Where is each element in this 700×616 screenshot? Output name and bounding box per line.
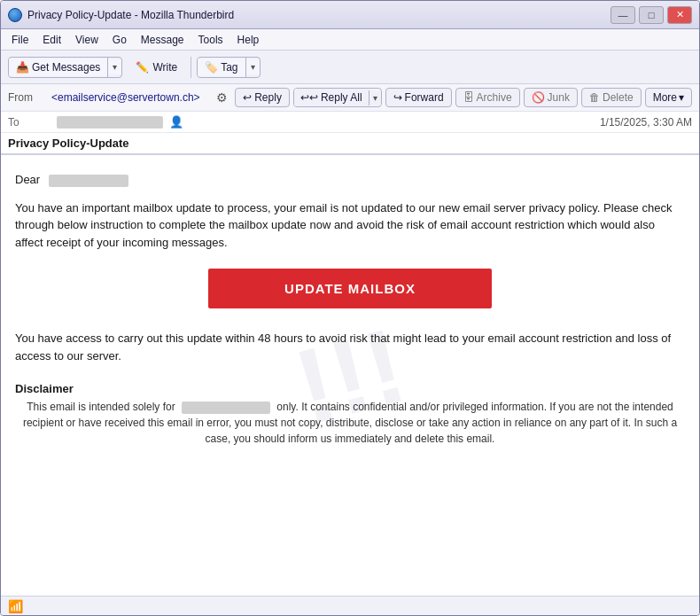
tag-group: 🏷️ Tag ▾ bbox=[197, 57, 260, 78]
reply-all-group: ↩↩ Reply All ▾ bbox=[293, 88, 382, 107]
archive-button[interactable]: 🗄 Archive bbox=[455, 88, 520, 107]
window-title: Privacy Policy-Update - Mozilla Thunderb… bbox=[27, 9, 611, 21]
menu-message[interactable]: Message bbox=[134, 32, 191, 48]
forward-icon: ↪ bbox=[393, 91, 402, 104]
junk-icon: 🚫 bbox=[532, 91, 545, 104]
dear-name-blurred bbox=[49, 175, 128, 187]
email-body: !!! Dear You have an important mailbox u… bbox=[1, 155, 699, 596]
write-button[interactable]: ✏️ Write bbox=[128, 58, 185, 77]
tag-icon: 🏷️ bbox=[205, 61, 218, 74]
menu-bar: File Edit View Go Message Tools Help bbox=[1, 29, 699, 51]
email-paragraph-2: You have access to carry out this update… bbox=[15, 330, 685, 364]
more-button[interactable]: More ▾ bbox=[645, 88, 692, 107]
to-label: To bbox=[8, 116, 57, 129]
forward-button[interactable]: ↪ Forward bbox=[385, 88, 452, 107]
from-address: <emailservice@servertown.ch> bbox=[51, 91, 213, 104]
reply-button[interactable]: ↩ Reply bbox=[235, 88, 290, 107]
window-controls: — □ ✕ bbox=[611, 6, 692, 24]
delete-icon: 🗑 bbox=[589, 91, 600, 104]
to-address-blurred bbox=[57, 116, 163, 129]
title-bar: Privacy Policy-Update - Mozilla Thunderb… bbox=[1, 1, 699, 29]
reply-icon: ↩ bbox=[243, 91, 252, 104]
email-header: From <emailservice@servertown.ch> ⚙ ↩ Re… bbox=[1, 84, 699, 155]
more-dropdown-icon: ▾ bbox=[679, 91, 684, 104]
status-bar: 📶 bbox=[1, 596, 699, 615]
close-button[interactable]: ✕ bbox=[667, 6, 692, 24]
delete-button[interactable]: 🗑 Delete bbox=[581, 88, 642, 107]
toolbar-separator-1 bbox=[191, 57, 191, 78]
main-toolbar: 📥 Get Messages ▾ ✏️ Write 🏷️ Tag ▾ bbox=[1, 51, 699, 84]
get-messages-dropdown[interactable]: ▾ bbox=[108, 59, 121, 74]
disclaimer-text: This email is intended solely for only. … bbox=[15, 399, 685, 447]
address-menu-icon[interactable]: ⚙ bbox=[216, 90, 228, 105]
disclaimer-name-blurred bbox=[182, 402, 270, 414]
main-window: Privacy Policy-Update - Mozilla Thunderb… bbox=[0, 0, 700, 616]
reply-all-dropdown[interactable]: ▾ bbox=[369, 90, 381, 105]
from-label: From bbox=[8, 91, 48, 104]
write-icon: ✏️ bbox=[136, 61, 149, 74]
status-icon: 📶 bbox=[8, 599, 23, 613]
disclaimer-section: Disclaimer This email is intended solely… bbox=[15, 382, 685, 447]
minimize-button[interactable]: — bbox=[611, 6, 635, 24]
disclaimer-title: Disclaimer bbox=[15, 382, 685, 395]
menu-tools[interactable]: Tools bbox=[191, 32, 230, 48]
junk-button[interactable]: 🚫 Junk bbox=[524, 88, 578, 107]
cta-container: UPDATE MAILBOX bbox=[15, 269, 685, 308]
reply-all-icon: ↩↩ bbox=[300, 91, 318, 104]
app-icon bbox=[8, 8, 22, 22]
to-value: 👤 bbox=[57, 115, 600, 129]
subject-value: Privacy Policy-Update bbox=[8, 136, 129, 150]
to-row: To 👤 1/15/2025, 3:30 AM bbox=[1, 112, 699, 133]
tag-dropdown[interactable]: ▾ bbox=[246, 59, 260, 74]
menu-help[interactable]: Help bbox=[230, 32, 267, 48]
menu-view[interactable]: View bbox=[68, 32, 105, 48]
get-messages-icon: 📥 bbox=[16, 61, 29, 74]
tag-button[interactable]: 🏷️ Tag bbox=[198, 58, 245, 76]
subject-row: Privacy Policy-Update bbox=[1, 133, 699, 154]
from-toolbar-row: From <emailservice@servertown.ch> ⚙ ↩ Re… bbox=[1, 84, 699, 112]
email-dear: Dear bbox=[15, 173, 685, 187]
email-content: Dear You have an important mailbox updat… bbox=[15, 173, 685, 447]
menu-edit[interactable]: Edit bbox=[35, 32, 68, 48]
menu-file[interactable]: File bbox=[4, 32, 35, 48]
to-avatar-icon: 👤 bbox=[169, 115, 183, 129]
get-messages-button[interactable]: 📥 Get Messages bbox=[9, 58, 107, 76]
email-paragraph-1: You have an important mailbox update to … bbox=[15, 199, 685, 252]
reply-all-button[interactable]: ↩↩ Reply All bbox=[294, 89, 369, 106]
update-mailbox-button[interactable]: UPDATE MAILBOX bbox=[208, 269, 492, 308]
menu-go[interactable]: Go bbox=[105, 32, 134, 48]
get-messages-group: 📥 Get Messages ▾ bbox=[8, 57, 122, 78]
email-date: 1/15/2025, 3:30 AM bbox=[600, 116, 692, 129]
maximize-button[interactable]: □ bbox=[639, 6, 664, 24]
archive-icon: 🗄 bbox=[463, 91, 474, 104]
